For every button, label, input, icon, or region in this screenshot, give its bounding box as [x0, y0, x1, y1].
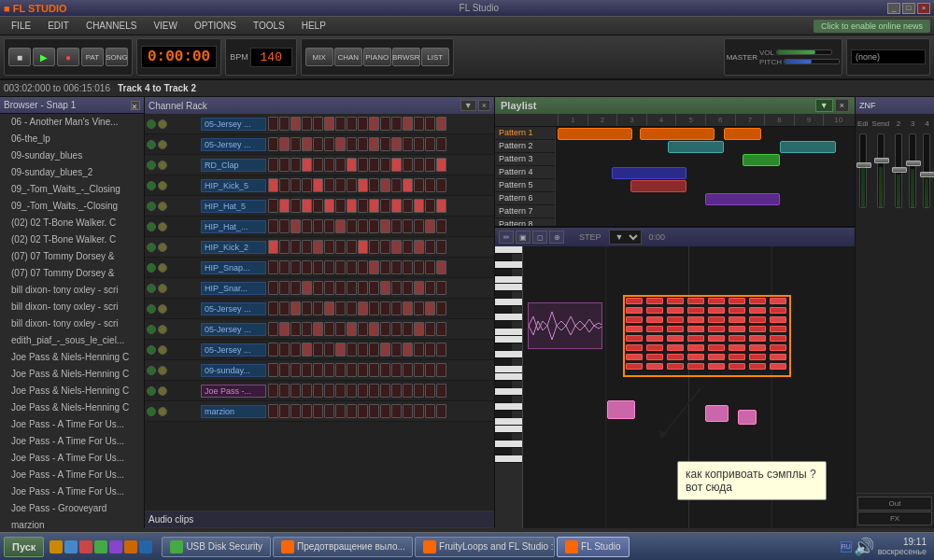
note-block[interactable] — [749, 298, 766, 304]
menu-help[interactable]: HELP — [294, 19, 333, 33]
ch-pad[interactable] — [279, 117, 290, 131]
playlist-block[interactable] — [724, 128, 761, 140]
note-block[interactable] — [626, 307, 643, 314]
master-out-btn[interactable]: Out — [857, 497, 932, 511]
ch-pad[interactable] — [403, 343, 413, 357]
note-block[interactable] — [667, 344, 684, 351]
ch-pad[interactable] — [425, 158, 435, 172]
browser-item[interactable]: (02) 02 T-Bone Walker. C — [0, 215, 144, 231]
ch-mute-btn[interactable] — [147, 202, 156, 211]
fx-btn[interactable]: FX — [857, 511, 932, 525]
ch-pad[interactable] — [436, 199, 446, 213]
browser-item[interactable]: edith_piaf_-_sous_le_ciel... — [0, 332, 144, 349]
ch-pad[interactable] — [313, 158, 323, 172]
piano-key-white[interactable] — [495, 329, 522, 336]
browser-item[interactable]: 09-sunday_blues — [0, 147, 144, 164]
menu-tools[interactable]: TOOLS — [246, 19, 292, 33]
ch-pad[interactable] — [268, 158, 278, 172]
piano-key-white[interactable] — [495, 314, 522, 321]
ch-pad[interactable] — [369, 117, 379, 131]
browser-item[interactable]: bill dixon- tony oxley - scri — [0, 282, 144, 299]
note-block[interactable] — [667, 316, 684, 323]
piano-roll-btn[interactable]: PIANO — [363, 48, 391, 66]
playlist-btn[interactable]: LIST — [421, 48, 449, 66]
note-block[interactable] — [626, 344, 643, 351]
ch-pad[interactable] — [302, 281, 312, 295]
note-block[interactable] — [626, 326, 643, 332]
ch-pad[interactable] — [279, 363, 290, 377]
ch-pad[interactable] — [403, 219, 413, 233]
channel-rack-close[interactable]: × — [478, 100, 490, 111]
ch-pad[interactable] — [279, 178, 290, 192]
ch-pad[interactable] — [290, 178, 301, 192]
ch-pad[interactable] — [436, 137, 446, 151]
playlist-track-label[interactable]: Pattern 6 — [495, 192, 555, 205]
ch-pad[interactable] — [403, 322, 413, 336]
note-block[interactable] — [729, 344, 745, 351]
ch-pad[interactable] — [279, 219, 290, 233]
ch-solo-btn[interactable] — [158, 263, 167, 273]
ch-pad[interactable] — [380, 404, 390, 418]
ch-pad[interactable] — [358, 404, 368, 418]
mixer-fader[interactable] — [874, 158, 889, 163]
ch-pad[interactable] — [335, 404, 346, 418]
ch-pad[interactable] — [302, 219, 312, 233]
ch-pad[interactable] — [268, 240, 278, 254]
minimize-button[interactable]: _ — [887, 3, 900, 14]
playlist-track-label[interactable]: Pattern 8 — [495, 218, 555, 226]
piano-key-white[interactable] — [495, 388, 522, 396]
piano-key-black[interactable] — [495, 358, 512, 366]
ch-pad[interactable] — [425, 117, 435, 131]
note-block[interactable] — [667, 298, 684, 304]
ch-solo-btn[interactable] — [158, 119, 167, 129]
ch-pad[interactable] — [369, 219, 379, 233]
ch-pad[interactable] — [279, 260, 290, 274]
playlist-block[interactable] — [630, 180, 686, 192]
note-block[interactable] — [770, 335, 786, 342]
note-block[interactable] — [749, 335, 766, 342]
audio-clip-small[interactable] — [738, 410, 757, 425]
ch-pad[interactable] — [369, 404, 379, 418]
ch-pad[interactable] — [279, 343, 290, 357]
playlist-track-label[interactable]: Pattern 2 — [495, 140, 555, 153]
ch-solo-btn[interactable] — [158, 325, 167, 334]
browser-item[interactable]: Joe Pass - A Time For Us... — [0, 416, 144, 433]
pr-erase-btn[interactable]: ◻ — [532, 231, 547, 244]
ch-name[interactable]: 05-Jersey ... — [201, 138, 266, 151]
ch-pad[interactable] — [414, 178, 424, 192]
ch-pad[interactable] — [425, 199, 435, 213]
ch-pad[interactable] — [324, 343, 334, 357]
ch-pad[interactable] — [347, 322, 357, 336]
channel-rack-options[interactable]: ▼ — [460, 100, 476, 111]
ch-pad[interactable] — [380, 260, 390, 274]
ch-pad[interactable] — [380, 363, 390, 377]
ch-pad[interactable] — [324, 404, 334, 418]
ch-pad[interactable] — [436, 219, 446, 233]
ch-pad[interactable] — [425, 178, 435, 192]
ch-pad[interactable] — [335, 158, 346, 172]
ch-pad[interactable] — [403, 240, 413, 254]
ch-name[interactable]: 05-Jersey ... — [201, 323, 266, 336]
ch-name[interactable]: 05-Jersey ... — [201, 118, 266, 131]
note-block[interactable] — [729, 307, 745, 314]
playlist-block[interactable] — [558, 128, 632, 140]
playlist-block[interactable] — [705, 193, 780, 205]
ch-pad[interactable] — [425, 322, 435, 336]
ch-pad[interactable] — [358, 158, 368, 172]
ch-mute-btn[interactable] — [147, 304, 156, 314]
note-block[interactable] — [770, 363, 786, 370]
menu-view[interactable]: VIEW — [146, 19, 185, 33]
ch-mute-btn[interactable] — [147, 386, 156, 396]
browser-item[interactable]: Joe Pass & Niels-Henning C — [0, 366, 144, 383]
ch-pad[interactable] — [268, 260, 278, 274]
ch-pad[interactable] — [380, 117, 390, 131]
ch-pad[interactable] — [358, 137, 368, 151]
ch-mute-btn[interactable] — [147, 325, 156, 334]
ch-pad[interactable] — [425, 384, 435, 398]
ch-pad[interactable] — [324, 301, 334, 315]
ch-solo-btn[interactable] — [158, 140, 167, 149]
ch-pad[interactable] — [347, 199, 357, 213]
ch-pad[interactable] — [414, 404, 424, 418]
waveform-area[interactable] — [528, 302, 602, 349]
browser-item[interactable]: (07) 07 Tommy Dorsey & — [0, 248, 144, 265]
